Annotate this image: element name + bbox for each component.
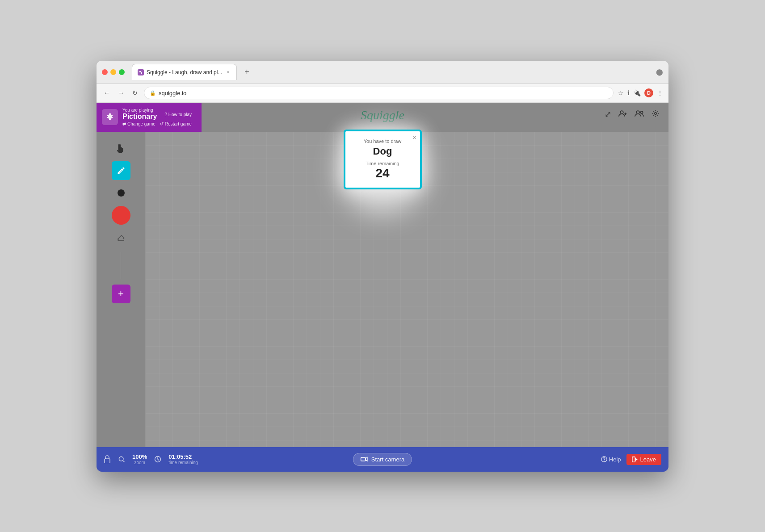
- left-toolbar: +: [97, 132, 146, 447]
- help-button[interactable]: Help: [601, 456, 621, 463]
- svg-rect-4: [105, 459, 110, 463]
- how-to-play-label: How to play: [168, 112, 192, 117]
- extensions-icon[interactable]: 🔌: [633, 89, 641, 96]
- zoom-value: 100%: [132, 453, 147, 460]
- add-person-icon[interactable]: [618, 109, 627, 120]
- time-value: 01:05:52: [168, 453, 198, 460]
- forward-button[interactable]: →: [116, 88, 126, 98]
- top-right-icons: ⤢: [605, 109, 660, 120]
- secure-icon: 🔒: [150, 90, 156, 96]
- add-button[interactable]: +: [112, 285, 130, 303]
- start-camera-label: Start camera: [371, 456, 404, 463]
- settings-icon[interactable]: [652, 109, 660, 120]
- close-window-button[interactable]: [102, 69, 108, 75]
- browser-window: Squiggle - Laugh, draw and pl... × + ⬤ ←…: [97, 61, 668, 472]
- color-picker-button[interactable]: [112, 206, 130, 225]
- sidebar-info: You are playing ? How to play Pictionary…: [122, 108, 196, 126]
- help-label: Help: [609, 456, 621, 463]
- change-game-button[interactable]: ⇄ Change game: [122, 121, 156, 126]
- bottom-right-controls: Help Leave: [601, 454, 661, 465]
- app-logo: Squiggle: [361, 108, 404, 122]
- bottom-left-controls: 100% zoom 01:05:52 time remaining: [104, 453, 198, 465]
- tab-favicon: [138, 69, 144, 75]
- svg-point-1: [636, 111, 639, 114]
- leave-label: Leave: [640, 456, 656, 463]
- lock-icon[interactable]: [104, 455, 111, 463]
- shuffle-icon: ⇄: [122, 121, 126, 126]
- svg-point-3: [655, 112, 657, 114]
- close-tab-button[interactable]: ×: [225, 69, 231, 75]
- zoom-info: 100% zoom: [132, 453, 147, 465]
- pen-tool-button[interactable]: [112, 161, 130, 180]
- modal-close-button[interactable]: ×: [412, 134, 416, 141]
- title-bar: Squiggle - Laugh, draw and pl... × + ⬤: [97, 61, 668, 84]
- extensions-icon: ⬤: [656, 68, 663, 75]
- new-tab-button[interactable]: +: [240, 66, 253, 78]
- game-window: You are playing ? How to play Pictionary…: [97, 103, 668, 472]
- active-tab[interactable]: Squiggle - Laugh, draw and pl... ×: [132, 64, 237, 80]
- svg-rect-10: [632, 457, 635, 461]
- browser-actions: ☆ ℹ 🔌 D ⋮: [618, 88, 663, 97]
- address-bar: ← → ↻ 🔒 squiggle.io ☆ ℹ 🔌 D ⋮: [97, 84, 668, 103]
- svg-rect-7: [361, 457, 366, 461]
- bookmark-icon[interactable]: ☆: [618, 89, 624, 96]
- svg-point-5: [119, 457, 123, 461]
- svg-point-0: [620, 111, 623, 114]
- traffic-lights: [102, 69, 125, 75]
- menu-icon[interactable]: ⋮: [657, 89, 663, 96]
- question-icon: ?: [164, 112, 167, 117]
- hand-tool-button[interactable]: [112, 139, 130, 158]
- how-to-play-button[interactable]: ? How to play: [164, 112, 192, 117]
- time-info: 01:05:52 time remaining: [168, 453, 198, 465]
- profile-badge[interactable]: D: [644, 88, 653, 97]
- game-bottom-bar: 100% zoom 01:05:52 time remaining: [97, 447, 668, 472]
- info-icon[interactable]: ℹ: [627, 89, 630, 96]
- back-button[interactable]: ←: [102, 88, 112, 98]
- sidebar-actions: ⇄ Change game ↺ Restart game: [122, 121, 196, 126]
- reload-button[interactable]: ↻: [130, 88, 139, 98]
- restart-game-button[interactable]: ↺ Restart game: [160, 121, 192, 126]
- modal-word: Dog: [353, 146, 413, 157]
- modal-timer-value: 24: [353, 166, 413, 180]
- people-icon[interactable]: [635, 109, 644, 120]
- svg-point-2: [641, 111, 643, 113]
- game-sidebar-panel: You are playing ? How to play Pictionary…: [97, 103, 202, 132]
- draw-prompt-modal[interactable]: × You have to draw Dog Time remaining 24: [344, 130, 422, 189]
- minimize-window-button[interactable]: [110, 69, 116, 75]
- url-bar[interactable]: 🔒 squiggle.io: [144, 87, 614, 99]
- restart-icon: ↺: [160, 121, 164, 126]
- collapse-icon[interactable]: ⤢: [605, 109, 611, 120]
- maximize-window-button[interactable]: [119, 69, 125, 75]
- zoom-label: zoom: [134, 460, 145, 465]
- svg-point-9: [604, 461, 604, 461]
- start-camera-button[interactable]: Start camera: [353, 453, 412, 466]
- leave-button[interactable]: Leave: [626, 454, 661, 465]
- clock-icon: [154, 456, 161, 463]
- search-icon[interactable]: [118, 456, 125, 463]
- modal-timer-label: Time remaining: [353, 161, 413, 166]
- time-label: time remaining: [168, 460, 198, 465]
- brush-dot: [118, 189, 125, 197]
- eraser-button[interactable]: [112, 228, 130, 247]
- brush-size-button[interactable]: [112, 184, 130, 202]
- url-text: squiggle.io: [159, 90, 186, 96]
- toolbar-divider: [121, 252, 121, 279]
- modal-subtitle: You have to draw: [353, 138, 413, 144]
- game-type-icon: [102, 109, 118, 125]
- tab-title: Squiggle - Laugh, draw and pl...: [147, 69, 222, 75]
